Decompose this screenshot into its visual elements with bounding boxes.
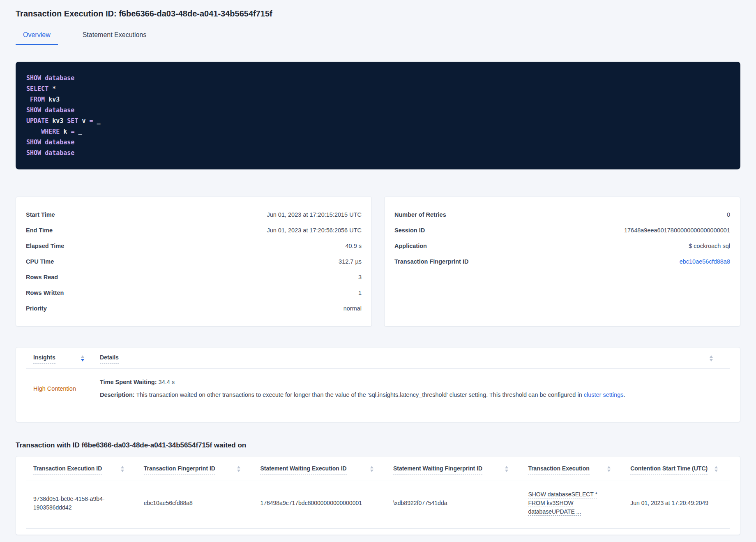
insights-column-header[interactable]: Insights: [26, 354, 88, 364]
sql-text: [26, 96, 30, 103]
stat-row-start-time: Start Time Jun 01, 2023 at 17:20:15:2015…: [26, 207, 362, 222]
stat-row-transaction-fingerprint-id: Transaction Fingerprint ID ebc10ae56cfd8…: [394, 254, 730, 269]
description-label: Description:: [100, 391, 135, 398]
sql-code-line: SHOW database: [26, 148, 730, 158]
column-label[interactable]: Statement Waiting Execution ID: [260, 465, 346, 475]
sql-code-line: UPDATE kv3 SET v = _: [26, 116, 730, 126]
sort-up-icon: [237, 466, 240, 468]
sort-up-icon: [81, 355, 84, 358]
sql-text: [41, 149, 45, 157]
sql-code-line: FROM kv3: [26, 94, 730, 105]
sql-text: *: [48, 85, 56, 93]
description-suffix: .: [623, 391, 625, 398]
cell-transaction-execution: SHOW databaseSELECT * FROM kv3SHOW datab…: [521, 490, 623, 516]
stat-row-application: Application $ cockroach sql: [394, 238, 730, 254]
stat-row-elapsed-time: Elapsed Time 40.9 s: [26, 238, 362, 254]
stat-label: Start Time: [26, 211, 55, 218]
sql-keyword: SHOW: [26, 107, 41, 114]
sql-text: kv3: [48, 117, 67, 125]
sort-icon[interactable]: [505, 466, 508, 472]
tab-overview[interactable]: Overview: [16, 28, 58, 45]
sql-text: [41, 74, 45, 82]
insight-type-label: High Contention: [26, 385, 88, 392]
stat-label: Transaction Fingerprint ID: [394, 258, 468, 265]
sql-text: _: [74, 128, 82, 135]
stat-value: 312.7 µs: [339, 258, 362, 265]
sort-down-icon: [237, 470, 240, 472]
sql-statements-box: SHOW databaseSELECT * FROM kv3SHOW datab…: [16, 62, 740, 169]
column-header-transaction-execution-id[interactable]: Transaction Execution ID: [26, 465, 136, 475]
stat-row-priority: Priority normal: [26, 301, 362, 316]
sql-keyword: SHOW: [26, 139, 41, 146]
stat-label: End Time: [26, 227, 53, 234]
column-label[interactable]: Transaction Fingerprint ID: [144, 465, 215, 475]
sql-text: [41, 139, 45, 146]
sql-text: _: [93, 117, 101, 125]
session-info-card: Number of Retries 0 Session ID 17648a9ee…: [384, 197, 740, 327]
sql-text: [26, 128, 41, 135]
stat-value: Jun 01, 2023 at 17:20:15:2015 UTC: [267, 211, 362, 218]
sql-text: k: [60, 128, 71, 135]
sql-keyword: database: [45, 149, 74, 157]
stat-value: 3: [358, 274, 362, 280]
column-label[interactable]: Transaction Execution: [528, 465, 589, 475]
details-column-header[interactable]: Details: [88, 354, 730, 364]
sql-text: [41, 107, 45, 114]
column-label[interactable]: Contention Start Time (UTC): [630, 465, 708, 475]
waited-on-table-card: Transaction Execution ID Transaction Fin…: [16, 456, 740, 535]
sql-keyword: FROM: [30, 96, 45, 103]
sort-up-icon: [505, 466, 508, 468]
waited-on-table-header: Transaction Execution ID Transaction Fin…: [26, 465, 730, 480]
column-header-statement-waiting-execution-id[interactable]: Statement Waiting Execution ID: [253, 465, 386, 475]
stat-value: $ cockroach sql: [689, 243, 730, 249]
column-label[interactable]: Transaction Execution ID: [33, 465, 102, 475]
sort-icon[interactable]: [237, 466, 240, 472]
sql-code-line: WHERE k = _: [26, 126, 730, 137]
sql-keyword: UPDATE: [26, 117, 48, 125]
sql-text: v: [78, 117, 89, 125]
waited-on-table-row: 9738d051-bc0e-4158-a9b4-1903586ddd42 ebc…: [26, 480, 730, 529]
stat-row-rows-read: Rows Read 3: [26, 269, 362, 285]
cell-contention-start-time: Jun 01, 2023 at 17:20:49:2049: [623, 499, 730, 507]
sort-icon[interactable]: [607, 466, 611, 472]
sort-up-icon: [370, 466, 373, 468]
sort-icon[interactable]: [715, 466, 718, 472]
stat-value: 40.9 s: [346, 243, 362, 249]
column-header-statement-waiting-fingerprint-id[interactable]: Statement Waiting Fingerprint ID: [386, 465, 521, 475]
transaction-fingerprint-link[interactable]: ebc10ae56cfd88a8: [680, 258, 730, 265]
sort-down-icon: [715, 470, 718, 472]
insights-column-label[interactable]: Insights: [33, 354, 55, 364]
sort-icon[interactable]: [81, 355, 84, 361]
sort-icon[interactable]: [370, 466, 373, 472]
sort-down-icon: [370, 470, 373, 472]
sort-icon[interactable]: [121, 466, 124, 472]
sort-icon[interactable]: [710, 355, 713, 361]
stat-label: Session ID: [394, 227, 425, 234]
column-header-transaction-fingerprint-id[interactable]: Transaction Fingerprint ID: [136, 465, 253, 475]
column-header-transaction-execution[interactable]: Transaction Execution: [521, 465, 623, 475]
stat-label: Elapsed Time: [26, 243, 64, 249]
transaction-execution-statements-link[interactable]: SHOW databaseSELECT * FROM kv3SHOW datab…: [528, 490, 600, 516]
waiting-label: Time Spent Waiting:: [100, 379, 157, 385]
column-header-contention-start-time[interactable]: Contention Start Time (UTC): [623, 465, 730, 475]
sort-up-icon: [715, 466, 718, 468]
stat-value: Jun 01, 2023 at 17:20:56:2056 UTC: [267, 227, 362, 234]
tab-statement-executions[interactable]: Statement Executions: [75, 28, 154, 45]
execution-stats-card: Start Time Jun 01, 2023 at 17:20:15:2015…: [16, 197, 372, 327]
stat-row-rows-written: Rows Written 1: [26, 285, 362, 301]
sql-keyword: SET: [67, 117, 78, 125]
description-text: This transaction waited on other transac…: [135, 391, 584, 398]
column-label[interactable]: Statement Waiting Fingerprint ID: [393, 465, 482, 475]
description-line: Description: This transaction waited on …: [100, 391, 730, 399]
cluster-settings-link[interactable]: cluster settings: [584, 391, 624, 398]
stat-value: normal: [343, 305, 362, 312]
waiting-value: 34.4 s: [157, 379, 175, 385]
details-column-label[interactable]: Details: [100, 354, 119, 364]
stat-value: 17648a9eea6017800000000000000001: [624, 227, 730, 234]
sort-down-icon: [81, 359, 84, 361]
sort-down-icon: [607, 470, 611, 472]
sql-keyword: SELECT: [26, 85, 48, 93]
sql-keyword: SHOW: [26, 149, 41, 157]
sql-keyword: =: [90, 117, 93, 125]
stat-row-retries: Number of Retries 0: [394, 207, 730, 222]
